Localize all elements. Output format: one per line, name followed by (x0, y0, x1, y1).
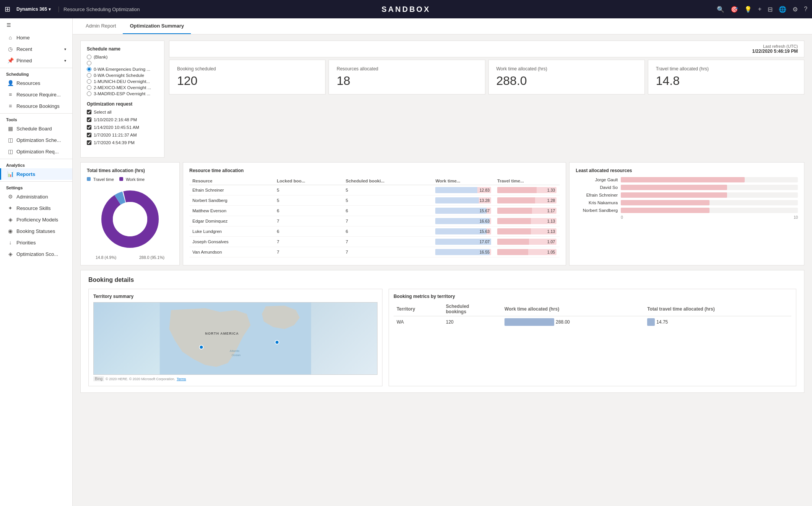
kpi-work-time: Work time allocated (hrs) 288.0 (488, 60, 645, 94)
sidebar-item-administration[interactable]: ⚙ Administration (0, 191, 72, 202)
work-bar-cell: 15.67 (432, 206, 494, 216)
donut-legend: Travel time Work time (87, 177, 173, 182)
total-times-title: Total times allocation (hrs) (87, 168, 173, 173)
apps-icon[interactable]: ⊞ (5, 5, 10, 13)
help-icon[interactable]: ? (804, 6, 807, 13)
chevron-icon[interactable]: ▾ (49, 7, 51, 12)
sidebar-item-label: Home (16, 35, 30, 41)
least-bar (621, 185, 727, 190)
search-icon[interactable]: 🔍 (717, 6, 724, 13)
col-resource: Resource (189, 177, 274, 185)
sidebar-item-optimization-score[interactable]: ◈ Optimization Sco... (0, 248, 72, 260)
travel-bar-bg: 1.05 (497, 249, 557, 255)
least-name: David So (576, 185, 618, 190)
schedule-option-madrid[interactable]: 3-MADRID-ESP Overnight ... (87, 91, 158, 96)
territory-name: WA (394, 316, 443, 328)
pin-icon: 📌 (7, 57, 13, 63)
work-time-value: 288.00 (556, 319, 570, 325)
sidebar-item-label: Resource Skills (16, 205, 51, 211)
work-bar-cell: 15.63 (432, 226, 494, 237)
opt-select-all[interactable]: Select all (87, 110, 158, 114)
analytics-section-label: Analytics (0, 161, 72, 168)
resource-name: Luke Lundgren (189, 226, 274, 237)
least-allocated-card: Least allocated resources Jorge Gault Da… (569, 162, 804, 265)
table-row: Norbert Sandberg 5 5 13.28 1.28 (189, 195, 560, 206)
least-row: Jorge Gault (576, 177, 798, 182)
reports-icon: 📊 (7, 171, 13, 177)
travel-time-bar-cell: 14.75 (644, 316, 791, 328)
work-bar-label: 17.07 (480, 239, 490, 245)
scheduled-value: 5 (343, 195, 433, 206)
travel-bar-label: 1.05 (547, 249, 555, 255)
sidebar-item-priorities[interactable]: ↓ Priorities (0, 237, 72, 248)
sidebar-collapse[interactable]: ☰ (0, 18, 72, 32)
least-row: Kris Nakamura (576, 200, 798, 205)
sidebar-item-optimization-schedule[interactable]: ◫ Optimization Sche... (0, 134, 72, 146)
travel-bar-bg: 1.07 (497, 239, 557, 245)
app-layout: ☰ ⌂ Home ◷ Recent ▾ 📌 Pinned ▾ Schedulin… (0, 18, 812, 506)
least-bar (621, 177, 745, 182)
travel-time-value: 14.75 (656, 319, 668, 325)
least-bar (621, 192, 727, 198)
travel-bar-label: 1.13 (547, 228, 555, 234)
tab-admin-report[interactable]: Admin Report (79, 18, 123, 34)
sidebar-item-schedule-board[interactable]: ▦ Schedule Board (0, 123, 72, 134)
sidebar-item-resource-bookings[interactable]: ≡ Resource Bookings (0, 100, 72, 112)
sidebar-item-recent[interactable]: ◷ Recent ▾ (0, 43, 72, 55)
bing-label: Bing (93, 376, 104, 381)
least-bar (621, 200, 709, 205)
locked-value: 7 (274, 237, 343, 247)
sidebar-item-pinned[interactable]: 📌 Pinned ▾ (0, 55, 72, 66)
travel-bar-label: 1.17 (547, 208, 555, 214)
kpi-booking-label: Booking scheduled (177, 66, 317, 72)
table-row: Edgar Dominquez 7 7 16.63 1.13 (189, 216, 560, 226)
kpi-resources-allocated: Resources allocated 18 (329, 60, 485, 94)
work-legend-dot (119, 177, 123, 181)
col-work: Work time... (432, 177, 494, 185)
map-terms-link[interactable]: Terms (177, 377, 186, 381)
chevron-down-icon: ▾ (64, 47, 66, 51)
app-name[interactable]: Dynamics 365 ▾ (16, 7, 51, 12)
add-icon[interactable]: + (758, 6, 762, 13)
target-icon[interactable]: 🎯 (731, 6, 738, 13)
sidebar-item-label: Booking Statuses (16, 228, 55, 234)
sidebar-item-label: Proficiency Models (16, 217, 58, 223)
schedule-option-wa-emergency[interactable]: 0-WA Emergencies During ... (87, 67, 158, 72)
schedule-option-empty[interactable] (87, 61, 158, 65)
booking-metrics-card: Booking metrics by territory Territory S… (389, 289, 796, 386)
schedule-option-mexico[interactable]: 2-MEXICO-MEX Overnight ... (87, 85, 158, 90)
opt-req-4[interactable]: 1/7/2020 4:54:39 PM (87, 140, 158, 145)
sidebar-item-resource-requirements[interactable]: ≡ Resource Require... (0, 89, 72, 100)
territory-title: Territory summary (93, 294, 378, 299)
lightbulb-icon[interactable]: 💡 (744, 6, 752, 13)
globe-icon[interactable]: 🌐 (779, 6, 786, 13)
sidebar-item-resources[interactable]: 👤 Resources (0, 77, 72, 89)
travel-bar-cell: 1.28 (494, 195, 560, 206)
filter-icon[interactable]: ⊟ (768, 6, 773, 13)
last-refresh-value: 1/22/2020 5:46:19 PM (176, 49, 798, 54)
sidebar-item-proficiency[interactable]: ◈ Proficiency Models (0, 214, 72, 225)
tab-optimization-summary[interactable]: Optimization Summary (123, 18, 191, 34)
schedule-option-munich[interactable]: 1-MUNICH-DEU Overnight... (87, 79, 158, 84)
sidebar-item-reports[interactable]: 📊 Reports (0, 168, 72, 180)
list-icon: ≡ (7, 91, 13, 98)
travel-bar (497, 197, 535, 203)
resource-name: Van Amundson (189, 247, 274, 257)
sidebar-item-booking-statuses[interactable]: ◉ Booking Statuses (0, 225, 72, 237)
sidebar-item-optimization-request[interactable]: ◫ Optimization Req... (0, 146, 72, 157)
settings-icon[interactable]: ⚙ (792, 6, 798, 13)
schedule-option-blank[interactable]: (Blank) (87, 55, 158, 59)
work-bar-bg: 15.67 (435, 208, 491, 214)
opt-req-2[interactable]: 1/14/2020 10:45:51 AM (87, 125, 158, 130)
sidebar-item-resource-skills[interactable]: ✦ Resource Skills (0, 202, 72, 214)
col-travel: Travel time... (494, 177, 560, 185)
opt-req-3[interactable]: 1/7/2020 11:21:37 AM (87, 133, 158, 137)
work-bar-bg: 17.07 (435, 239, 491, 245)
kpi-resources-value: 18 (337, 74, 477, 88)
booking-row: Territory summary NORT (88, 289, 796, 386)
map-copyright: © 2020 HERE. © 2020 Microsoft Corporatio… (106, 377, 175, 381)
work-bar-bg: 16.55 (435, 249, 491, 255)
opt-req-1[interactable]: 1/10/2020 2:16:48 PM (87, 117, 158, 122)
schedule-option-wa-overnight[interactable]: 0-WA Overnight Schedule (87, 73, 158, 78)
sidebar-item-home[interactable]: ⌂ Home (0, 32, 72, 43)
